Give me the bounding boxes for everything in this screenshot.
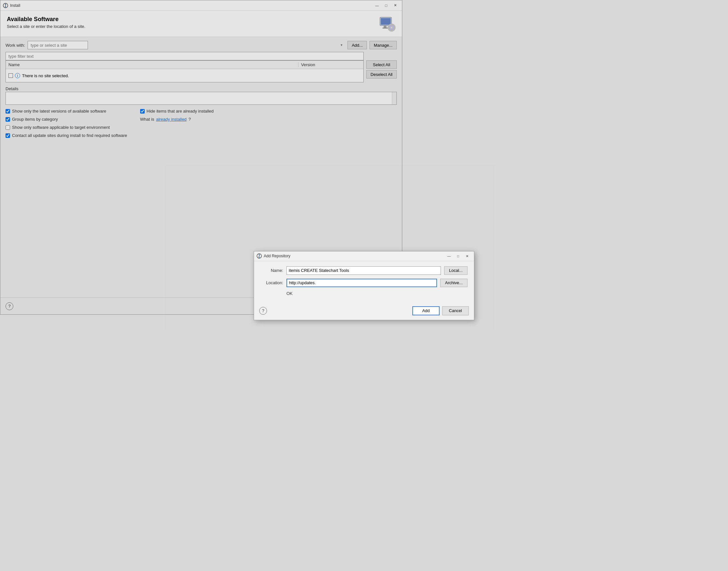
dialog-icon bbox=[257, 253, 262, 258]
dialog-overlay: Add Repository — □ ✕ Name: Local... Loca… bbox=[0, 0, 402, 315]
dialog-content: Name: Local... Location: Archive... OK bbox=[254, 261, 402, 304]
location-input[interactable] bbox=[286, 279, 402, 287]
name-input[interactable] bbox=[286, 266, 402, 275]
name-label: Name: bbox=[260, 268, 283, 273]
ok-note: OK bbox=[260, 291, 402, 299]
location-row: Location: Archive... bbox=[260, 279, 402, 287]
dialog-footer: ? Add Cancel bbox=[254, 304, 402, 315]
name-row: Name: Local... bbox=[260, 266, 402, 275]
svg-point-13 bbox=[259, 257, 260, 258]
location-label: Location: bbox=[260, 280, 283, 285]
dialog-title: Add Repository bbox=[264, 254, 402, 258]
dialog-help-button[interactable]: ? bbox=[259, 307, 267, 315]
svg-point-12 bbox=[259, 254, 260, 255]
add-repository-dialog: Add Repository — □ ✕ Name: Local... Loca… bbox=[254, 251, 402, 315]
dialog-title-bar: Add Repository — □ ✕ bbox=[254, 251, 402, 261]
